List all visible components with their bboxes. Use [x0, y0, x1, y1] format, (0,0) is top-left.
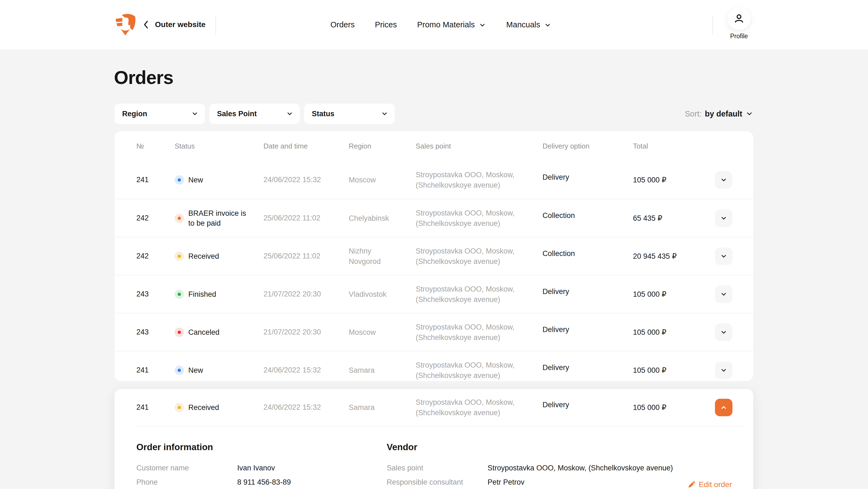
- filter-label: Region: [122, 110, 147, 118]
- chevron-down-icon: [544, 21, 551, 29]
- expand-row-button[interactable]: [715, 362, 733, 379]
- status-dot-halo: [175, 213, 184, 223]
- total-cell: 20 945 435 ₽: [633, 252, 715, 261]
- region-value: Moscow: [349, 175, 376, 185]
- status-dot: [178, 406, 181, 409]
- nav-item-promo-materials[interactable]: Promo Materials: [417, 20, 486, 29]
- table-row: 241New24/06/2022 15:32SamaraStroypostavk…: [115, 351, 753, 381]
- sales-point-cell: Stroypostavka OOO, Moskow, (Shchelkovsko…: [416, 322, 530, 343]
- delivery-option-cell: Collection: [542, 211, 633, 220]
- region-value: Samara: [349, 402, 375, 413]
- status-cell: Received: [175, 403, 264, 412]
- status-cell: BRAER invoice is to be paid: [175, 208, 264, 228]
- region-value: Vladivostok: [349, 289, 386, 299]
- status-label: New: [188, 365, 203, 375]
- navbar-divider: [215, 15, 216, 35]
- outer-website-back-link[interactable]: Outer website: [143, 0, 206, 49]
- sort-prefix-label: Sort:: [685, 109, 702, 118]
- status-dot-halo: [175, 403, 184, 412]
- detail-field-label: Responsible consultant: [387, 477, 488, 487]
- person-icon: [737, 15, 741, 19]
- nav-item-prices[interactable]: Prices: [375, 20, 397, 29]
- detail-field-label: Sales point: [387, 463, 488, 473]
- column-header-date-and-time: Date and time: [264, 142, 349, 150]
- edit-order-button[interactable]: Edit order: [687, 480, 733, 489]
- column-header-status: Status: [175, 142, 264, 150]
- chevron-down-icon: [286, 110, 293, 117]
- column-header-delivery-option: Delivery option: [542, 142, 633, 150]
- date-time-cell: 21/07/2022 20:30: [264, 328, 349, 336]
- date-time-cell: 24/06/2022 15:32: [264, 403, 349, 411]
- sort-control[interactable]: Sort: by default: [685, 104, 753, 124]
- region-cell: Chelyabinsk: [349, 213, 416, 224]
- column-header-region: Region: [349, 142, 416, 150]
- column-header-sales-point: Sales point: [416, 142, 542, 150]
- delivery-option-cell: Delivery: [542, 401, 633, 409]
- nav-item-orders[interactable]: Orders: [331, 20, 355, 29]
- total-cell: 105 000 ₽: [633, 366, 715, 375]
- nav-item-mancuals[interactable]: Mancuals: [506, 20, 551, 29]
- sales-point-cell: Stroypostavka OOO, Moskow, (Shchelkovsko…: [416, 360, 530, 381]
- date-time-cell: 24/06/2022 15:32: [264, 366, 349, 374]
- pencil-icon: [687, 481, 695, 489]
- filter-label: Sales Point: [217, 110, 257, 118]
- region-cell: Samara: [349, 402, 416, 413]
- nav-item-label: Prices: [375, 20, 397, 29]
- status-dot: [178, 293, 181, 296]
- region-cell: Samara: [349, 365, 416, 375]
- delivery-option-cell: Delivery: [542, 325, 633, 334]
- chevron-down-icon: [479, 21, 486, 29]
- status-dot-halo: [175, 366, 184, 375]
- expand-row-button[interactable]: [715, 171, 733, 189]
- region-value: Samara: [349, 365, 375, 375]
- filter-status-dropdown[interactable]: Status: [304, 104, 395, 124]
- back-link-label: Outer website: [155, 20, 206, 29]
- table-row: 241New24/06/2022 15:32MoscowStroypostavk…: [115, 161, 753, 199]
- status-dot-halo: [175, 290, 184, 299]
- status-dot: [178, 369, 181, 372]
- status-cell: New: [175, 365, 264, 375]
- region-value: Nizhny Novgorod: [349, 246, 398, 267]
- nav-item-label: Mancuals: [506, 20, 540, 29]
- status-cell: Canceled: [175, 327, 264, 337]
- delivery-option-cell: Delivery: [542, 173, 633, 181]
- expand-row-button[interactable]: [715, 323, 733, 341]
- status-cell: New: [175, 175, 264, 185]
- sales-point-cell: Stroypostavka OOO, Moskow, (Shchelkovsko…: [416, 397, 530, 418]
- orders-table-card: №StatusDate and timeRegionSales pointDel…: [115, 131, 753, 381]
- filter-region-dropdown[interactable]: Region: [115, 104, 205, 124]
- profile-button[interactable]: Profile: [724, 7, 754, 40]
- expand-row-button[interactable]: [715, 248, 733, 265]
- status-cell: Finished: [175, 289, 264, 299]
- brand-logo[interactable]: [114, 12, 137, 37]
- date-time-cell: 24/06/2022 15:32: [264, 176, 349, 184]
- expand-row-button[interactable]: [715, 209, 733, 227]
- region-cell: Nizhny Novgorod: [349, 246, 416, 267]
- chevron-down-icon: [381, 110, 388, 117]
- expand-row-button[interactable]: [715, 286, 733, 303]
- delivery-option-cell: Delivery: [542, 364, 633, 372]
- total-cell: 105 000 ₽: [633, 403, 715, 412]
- sales-point-cell: Stroypostavka OOO, Moskow, (Shchelkovsko…: [416, 284, 530, 305]
- status-dot-halo: [175, 175, 184, 184]
- table-body: 241New24/06/2022 15:32MoscowStroypostavk…: [115, 161, 753, 381]
- total-cell: 105 000 ₽: [633, 176, 715, 184]
- table-header-row: №StatusDate and timeRegionSales pointDel…: [115, 131, 753, 161]
- order-information-title: Order information: [136, 442, 377, 453]
- filter-sales-point-dropdown[interactable]: Sales Point: [209, 104, 300, 124]
- collapse-row-button[interactable]: [715, 399, 733, 416]
- total-cell: 105 000 ₽: [633, 290, 715, 299]
- region-cell: Moscow: [349, 175, 416, 185]
- detail-field-row: Sales pointStroypostavka OOO, Moskow, (S…: [387, 463, 786, 473]
- status-label: Canceled: [188, 327, 219, 337]
- order-number-cell: 242: [136, 252, 175, 260]
- delivery-option-cell: Delivery: [542, 287, 633, 296]
- page-title: Orders: [114, 67, 173, 88]
- sales-point-cell: Stroypostavka OOO, Moskow, (Shchelkovsko…: [416, 246, 530, 267]
- order-details: Order information Customer nameIvan Ivan…: [115, 426, 753, 489]
- nav-item-label: Promo Materials: [417, 20, 475, 29]
- detail-field-row: Customer nameIvan Ivanov: [136, 463, 377, 473]
- region-cell: Vladivostok: [349, 289, 416, 299]
- status-dot: [178, 178, 181, 181]
- order-number-cell: 243: [136, 290, 175, 298]
